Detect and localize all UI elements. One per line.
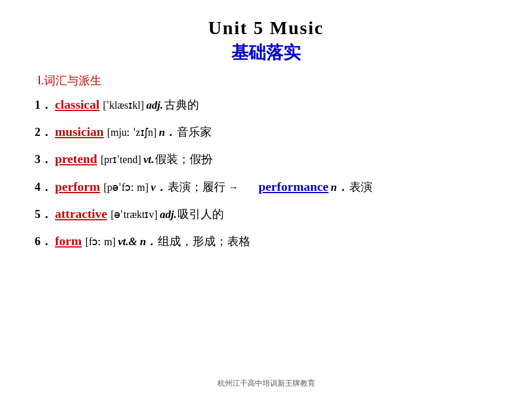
phonetic: [mjuː ˈzɪʃn] (107, 124, 156, 141)
item-number: 6． (35, 232, 55, 250)
definition: 假装；假扮 (155, 150, 213, 168)
word-english: pretend (55, 149, 97, 169)
vocab-item: 6．form [fɔː m]vt.& n．组成，形成；表格 (35, 231, 497, 251)
part-of-speech: vt. (143, 151, 154, 168)
vocab-list: 1．classical [ˈklæsɪkl]adj.古典的2．musician … (35, 94, 497, 251)
item-number: 3． (35, 150, 55, 168)
part-of-speech: adj. (160, 206, 176, 223)
definition: 音乐家 (177, 123, 212, 141)
part-of-speech: adj. (146, 97, 163, 114)
page: Unit 5 Music 基础落实 Ⅰ.词汇与派生 1．classical [ˈ… (0, 0, 532, 399)
item-number: 1． (35, 95, 55, 114)
derived-pos: n． (331, 179, 348, 196)
phonetic: [ˈklæsɪkl] (103, 97, 144, 114)
word-english: attractive (55, 204, 107, 224)
vocab-item: 4．perform [pəˈfɔː m]v．表演；履行→performancen… (35, 176, 497, 197)
title-english: Unit 5 Music (35, 17, 497, 39)
definition: 吸引人的 (178, 205, 224, 223)
phonetic: [fɔː m] (85, 234, 115, 250)
derived-word: performance (258, 176, 328, 197)
item-number: 2． (35, 123, 55, 141)
item-number: 5． (35, 205, 55, 223)
phonetic: [əˈtræktɪv] (110, 206, 157, 223)
phonetic: [pəˈfɔː m] (104, 179, 148, 196)
item-number: 4． (35, 178, 55, 196)
vocab-item: 5．attractive [əˈtræktɪv]adj.吸引人的 (35, 204, 497, 224)
section-header: Ⅰ.词汇与派生 (38, 73, 497, 88)
derived-definition: 表演 (349, 178, 372, 196)
word-english: form (55, 231, 82, 251)
definition: 组成，形成；表格 (158, 232, 250, 250)
word-english: musician (55, 121, 104, 142)
phonetic: [prɪˈtend] (101, 152, 141, 168)
vocab-item: 1．classical [ˈklæsɪkl]adj.古典的 (35, 94, 497, 114)
part-of-speech: n． (159, 124, 176, 141)
title-chinese: 基础落实 (35, 41, 497, 65)
part-of-speech: vt.& n． (118, 233, 157, 250)
definition: 古典的 (164, 95, 199, 114)
word-english: perform (55, 176, 100, 197)
arrow-icon: → (228, 179, 238, 196)
word-english: classical (55, 94, 99, 114)
part-of-speech: v． (151, 179, 167, 196)
vocab-item: 2．musician [mjuː ˈzɪʃn]n．音乐家 (35, 121, 497, 142)
definition: 表演；履行 (168, 178, 226, 196)
footer: 杭州江干高中培训新王牌教育 (0, 378, 532, 389)
vocab-item: 3．pretend [prɪˈtend]vt.假装；假扮 (35, 149, 497, 169)
